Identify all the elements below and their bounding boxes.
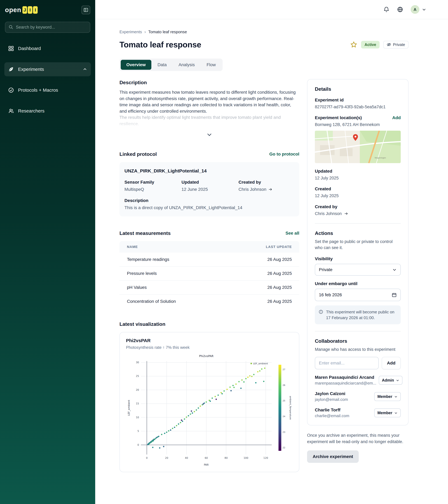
notifications-bell-icon[interactable]	[383, 6, 390, 13]
add-location-link[interactable]: Add	[392, 115, 401, 120]
breadcrumb-parent[interactable]: Experiments	[119, 30, 142, 34]
created-value: 12 July 2025	[315, 193, 401, 198]
sidebar-item-label: Experiments	[18, 67, 44, 72]
protocol-description-label: Description	[124, 198, 294, 203]
collaborator-role-select[interactable]: Admin	[379, 376, 402, 385]
status-badge: Active	[361, 41, 380, 49]
svg-text:80: 80	[224, 456, 228, 459]
top-header: A	[95, 0, 448, 19]
svg-text:10: 10	[136, 416, 139, 419]
protocol-description-value: This is a direct copy of UNZA_PIRK_DIRK_…	[124, 205, 294, 210]
table-row[interactable]: Temperature readings 26 Aug 2025	[119, 253, 299, 267]
linked-protocol-heading: Linked protocol	[119, 151, 157, 157]
arrow-right-icon	[268, 187, 273, 192]
table-row[interactable]: Pressure levels 26 Aug 2025	[119, 267, 299, 281]
add-collaborator-button[interactable]: Add	[382, 357, 401, 369]
embargo-date-field[interactable]	[315, 289, 401, 301]
collaborators-subheading: Manage who has access to this experiment	[315, 346, 401, 353]
chevron-down-icon	[394, 411, 398, 415]
actions-description: Set the page to public or private to con…	[315, 239, 401, 251]
collaborator-role-select[interactable]: Member	[374, 408, 401, 417]
visualization-subtitle: Photosynthesis rate ↑ 7% this week	[126, 345, 293, 350]
breadcrumb: Experiments › Tomato leaf response	[119, 30, 409, 34]
svg-text:23: 23	[282, 431, 285, 433]
protocol-created-by-link[interactable]: Chris Johnson	[238, 187, 266, 192]
expand-description-button[interactable]	[119, 131, 299, 138]
embargo-date-input[interactable]	[319, 289, 392, 301]
embargo-label: Under embargo until	[315, 281, 401, 286]
svg-text:25: 25	[136, 375, 139, 378]
description-text-faded: The results help identify optimal light …	[119, 114, 299, 127]
svg-text:22: 22	[282, 446, 285, 449]
sidebar-item-dashboard[interactable]: Dashboard	[4, 41, 91, 55]
favorite-star-icon[interactable]	[350, 41, 357, 48]
protocol-field-value: MultispeQ	[124, 187, 180, 192]
tab-overview[interactable]: Overview	[121, 60, 151, 70]
tab-bar: Overview Data Analysis Flow	[119, 59, 223, 71]
chevron-down-icon	[396, 379, 399, 382]
collaborator-email: jaylon@email.com	[315, 397, 348, 402]
collaborator-email: charlie@email.com	[315, 414, 349, 418]
column-header-name: Name	[127, 245, 138, 249]
arrow-right-icon	[344, 212, 348, 216]
visibility-select[interactable]: Private	[315, 264, 401, 276]
visibility-badge[interactable]: Private	[383, 41, 409, 49]
svg-text:100: 100	[244, 456, 248, 459]
search-input[interactable]	[5, 22, 90, 33]
sidebar-item-researchers[interactable]: Researchers	[4, 104, 91, 118]
svg-text:0: 0	[146, 456, 148, 459]
calendar-icon[interactable]	[392, 292, 397, 297]
protocol-card: UNZA_PIRK_DIRK_LightPotential_14 Sensor …	[119, 162, 299, 216]
app-root: open J I I Dashboard	[0, 0, 448, 504]
created-by-link[interactable]: Chris Johnson	[315, 211, 342, 216]
svg-text:0: 0	[137, 443, 139, 446]
visualization-card: Phi2vsPAR Photosynthesis rate ↑ 7% this …	[119, 332, 299, 472]
table-row[interactable]: pH Values 26 Aug 2025	[119, 281, 299, 295]
tab-analysis[interactable]: Analysis	[173, 60, 200, 70]
protocol-field-label: Updated	[181, 180, 237, 185]
latest-visualization-section: Latest visualization Phi2vsPAR Photosynt…	[119, 321, 299, 472]
chevron-down-icon	[422, 7, 426, 12]
chart-canvas: 020406080100120051015202530Phi2vsPARPARL…	[126, 353, 293, 468]
table-row[interactable]: Concentration of Solution 26 Aug 2025	[119, 295, 299, 308]
svg-text:26: 26	[282, 384, 285, 386]
sidebar-nav: Dashboard Experiments Protocols + Macros…	[0, 41, 95, 118]
avatar[interactable]: A	[411, 5, 419, 14]
sidebar-item-experiments[interactable]: Experiments	[4, 62, 91, 76]
archive-experiment-button[interactable]: Archive experiment	[307, 450, 359, 463]
svg-text:40: 40	[185, 456, 188, 459]
svg-text:20: 20	[136, 388, 139, 391]
divider	[315, 223, 401, 224]
svg-text:120: 120	[263, 456, 268, 459]
language-globe-icon[interactable]	[397, 6, 403, 13]
see-all-link[interactable]: See all	[285, 231, 299, 236]
latest-measurements-section: Latest measurements See all Name Last up…	[119, 230, 299, 308]
description-section: Description This experiment measures how…	[119, 80, 299, 138]
tab-data[interactable]: Data	[152, 60, 172, 70]
protocol-field-label: Sensor Family	[124, 180, 180, 185]
embargo-info-box: This experiment will become public on 17…	[315, 306, 401, 324]
account-menu[interactable]: A	[411, 5, 426, 14]
sidebar-item-protocols-macros[interactable]: Protocols + Macros	[4, 83, 91, 97]
tab-flow[interactable]: Flow	[201, 60, 221, 70]
measurements-heading: Latest measurements	[119, 230, 171, 236]
linked-protocol-section: Linked protocol Go to protocol UNZA_PIRK…	[119, 151, 299, 216]
experiment-id-label: Experiment id	[315, 98, 401, 103]
collaborator-row: Jaylon Calzoni jaylon@email.com Member	[315, 391, 401, 402]
svg-text:LEF_ambient: LEF_ambient	[127, 400, 131, 415]
details-panel: Details Experiment id 827027f7-ad79-43f3…	[307, 79, 409, 425]
eye-off-icon	[387, 42, 391, 47]
updated-label: Updated	[315, 169, 401, 174]
svg-text:Phi2vsPAR: Phi2vsPAR	[199, 354, 214, 358]
visibility-select-value: Private	[319, 267, 332, 272]
collaborator-email-input[interactable]	[319, 357, 375, 369]
chevron-down-icon	[206, 131, 213, 138]
collaborator-role-select[interactable]: Member	[374, 392, 401, 401]
breadcrumb-current: Tomato leaf response	[148, 30, 187, 34]
map-place-label: Wageningen	[375, 157, 386, 159]
location-label: Experiment location(s)	[315, 115, 362, 120]
go-to-protocol-link[interactable]: Go to protocol	[269, 152, 299, 157]
scatter-chart: 020406080100120051015202530Phi2vsPARPARL…	[126, 353, 293, 468]
sidebar-collapse-button[interactable]	[81, 6, 90, 14]
location-map[interactable]: Wageningen	[315, 131, 401, 163]
